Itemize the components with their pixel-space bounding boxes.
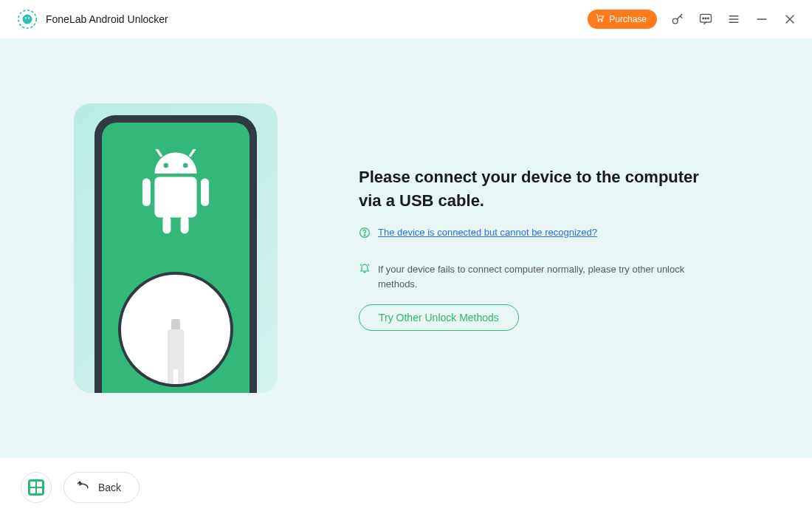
svg-point-5: [602, 20, 603, 21]
svg-rect-21: [154, 177, 196, 217]
instruction-panel: Please connect your device to the comput…: [359, 165, 706, 332]
app-logo-icon: [18, 10, 37, 29]
app-title: FoneLab Android Unlocker: [46, 13, 168, 25]
key-icon[interactable]: [670, 12, 685, 27]
svg-point-17: [164, 163, 169, 168]
help-link-row: The device is connected but cannot be re…: [359, 227, 706, 239]
try-other-methods-button[interactable]: Try Other Unlock Methods: [359, 304, 519, 331]
purchase-button[interactable]: Purchase: [588, 10, 657, 29]
svg-line-19: [156, 149, 162, 156]
svg-point-4: [598, 20, 599, 21]
svg-point-2: [25, 17, 27, 18]
tip-row: If your device fails to connect computer…: [359, 262, 706, 291]
svg-point-3: [28, 17, 30, 18]
svg-point-10: [708, 18, 709, 19]
android-icon: [135, 149, 216, 250]
svg-point-27: [364, 235, 365, 236]
svg-point-8: [703, 18, 704, 19]
titlebar-actions: Purchase: [588, 10, 797, 29]
back-arrow-icon: [76, 479, 91, 496]
close-icon[interactable]: [782, 12, 797, 27]
svg-point-1: [23, 15, 32, 24]
device-not-recognized-link[interactable]: The device is connected but cannot be re…: [378, 227, 597, 238]
svg-rect-22: [142, 179, 151, 206]
question-icon: [359, 227, 371, 239]
usb-badge: [118, 272, 233, 387]
back-label: Back: [98, 482, 121, 493]
svg-rect-24: [162, 216, 171, 233]
feedback-icon[interactable]: [698, 12, 713, 27]
home-button[interactable]: [21, 472, 52, 503]
titlebar: FoneLab Android Unlocker Purchase: [0, 0, 812, 38]
svg-point-9: [705, 18, 706, 19]
usb-connector-icon: [168, 329, 184, 384]
footer: Back: [0, 458, 812, 517]
minimize-icon[interactable]: [754, 12, 769, 27]
back-button[interactable]: Back: [63, 472, 140, 503]
page-title: Please connect your device to the comput…: [359, 165, 706, 213]
svg-line-20: [190, 149, 196, 156]
svg-rect-25: [181, 216, 189, 233]
cart-icon: [595, 13, 605, 25]
svg-rect-23: [201, 179, 209, 206]
grid-icon: [28, 479, 44, 496]
menu-icon[interactable]: [726, 12, 741, 27]
content-area: Please connect your device to the comput…: [0, 38, 812, 458]
bell-icon: [359, 262, 371, 274]
svg-point-18: [183, 163, 188, 168]
tip-text: If your device fails to connect computer…: [378, 262, 706, 291]
device-illustration: [74, 103, 278, 393]
purchase-label: Purchase: [609, 14, 647, 24]
